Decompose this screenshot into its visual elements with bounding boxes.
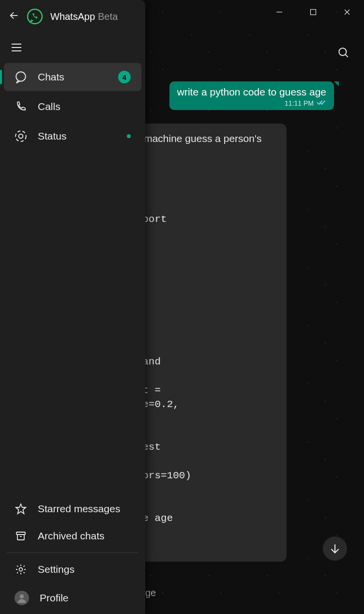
sidebar-item-archived[interactable]: Archived chats: [4, 523, 141, 549]
scroll-to-bottom-button[interactable]: [323, 536, 347, 561]
sidebar-item-starred[interactable]: Starred messages: [4, 496, 141, 521]
back-button[interactable]: [9, 10, 19, 23]
message-input[interactable]: ge: [145, 581, 354, 604]
read-ticks-icon: [317, 99, 326, 107]
close-button[interactable]: [330, 0, 364, 24]
sidebar-item-label: Profile: [40, 592, 69, 604]
svg-rect-1: [311, 10, 316, 15]
window-controls: [262, 0, 364, 24]
app-edition: Beta: [98, 11, 118, 22]
app-name: WhatsApp: [50, 11, 95, 22]
svg-point-4: [339, 48, 346, 55]
outgoing-time: 11:11 PM: [285, 99, 314, 107]
chat-icon: [15, 71, 27, 83]
outgoing-text: write a python code to guess age: [177, 86, 326, 98]
sidebar-item-label: Chats: [38, 71, 64, 83]
svg-point-14: [15, 131, 26, 142]
maximize-button[interactable]: [296, 0, 330, 24]
star-icon: [15, 503, 27, 515]
menu-toggle-button[interactable]: [0, 33, 145, 61]
sidebar-item-chats[interactable]: Chats 4: [4, 63, 141, 91]
svg-rect-16: [16, 532, 25, 535]
svg-line-5: [346, 55, 348, 57]
sidebar-item-label: Status: [38, 130, 67, 142]
phone-icon: [15, 101, 27, 112]
sidebar-item-label: Archived chats: [38, 530, 105, 542]
divider: [7, 552, 138, 553]
sidebar-item-settings[interactable]: Settings: [4, 557, 141, 582]
sidebar-item-label: Calls: [38, 101, 61, 112]
sidebar-item-label: Settings: [38, 564, 75, 575]
status-icon: [15, 130, 27, 142]
whatsapp-logo-icon: [27, 9, 43, 24]
outgoing-message[interactable]: write a python code to guess age 11:11 P…: [169, 81, 334, 110]
sidebar-item-profile[interactable]: Profile: [4, 584, 141, 612]
gear-icon: [15, 564, 27, 575]
status-indicator-dot: [127, 134, 131, 138]
svg-point-12: [16, 72, 26, 81]
minimize-button[interactable]: [262, 0, 296, 24]
search-button[interactable]: [337, 46, 349, 61]
message-input-text: ge: [145, 587, 156, 598]
archive-icon: [15, 530, 27, 542]
sidebar-item-calls[interactable]: Calls: [4, 93, 141, 120]
svg-marker-15: [16, 504, 26, 514]
sidebar-item-label: Starred messages: [38, 503, 120, 515]
sidebar-drawer: WhatsApp Beta Chats 4 Calls Status: [0, 0, 145, 614]
sidebar-item-status[interactable]: Status: [4, 122, 141, 150]
avatar: [15, 591, 29, 605]
svg-point-18: [19, 568, 23, 571]
svg-point-13: [19, 134, 23, 139]
unread-badge: 4: [118, 71, 131, 83]
svg-point-19: [20, 595, 24, 598]
